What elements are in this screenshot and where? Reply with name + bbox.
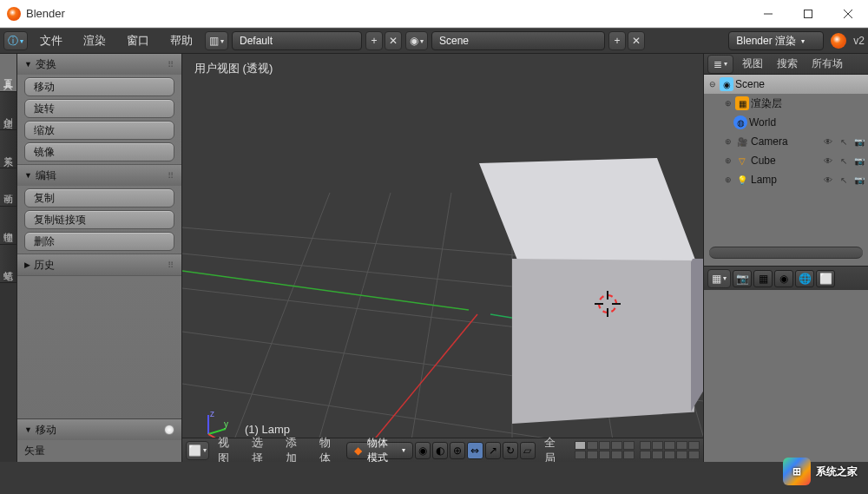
mode-dropdown[interactable]: ◆物体模式▾ [346,442,413,459]
blender-icon [831,33,846,49]
shading-menu-icon[interactable]: ◐ [432,442,448,459]
scale-manipulator-icon[interactable]: ▱ [520,442,536,459]
outliner-world-row[interactable]: ◍ World [704,113,868,132]
editor-type-3dview-icon[interactable]: ⬜▾ [186,441,209,460]
viewport-header: ⬜▾ 视图 选择 添加 物体 ◆物体模式▾ ◉ ◐ ⊕ ⇔ ↗ ↻ ▱ 全局 [182,438,703,462]
properties-header: ▦▾ 📷 ▦ ◉ 🌐 ⬜ [704,266,868,290]
cursor-icon: ↖ [837,135,851,148]
properties-panel[interactable] [704,290,868,462]
prop-object-icon[interactable]: ⬜ [816,270,835,287]
outliner[interactable]: ⊖ ◉ Scene ⊕ ▦ 渲染层 ◍ World ⊕ 🎥 Camera 👁↖📷 [704,75,868,266]
select-menu[interactable]: 选择 [245,435,277,463]
svg-rect-1 [805,10,812,17]
outliner-cube-row[interactable]: ⊕ ▽ Cube 👁↖📷 [704,151,868,170]
render-icon: 📷 [852,135,866,148]
eye-icon: 👁 [821,154,835,168]
rotate-button[interactable]: 旋转 [24,99,174,118]
pivot-icon[interactable]: ⊕ [450,442,465,459]
prop-renderlayers-icon[interactable]: ▦ [753,270,773,287]
view-menu[interactable]: 视图 [211,435,243,463]
workspace: 工具 创建 关系 动画 物理 蜡笔 ▼变换⠿ 移动 旋转 缩放 镜像 ▼编辑⠿ … [0,54,868,462]
outliner-scene-row[interactable]: ⊖ ◉ Scene [704,75,868,94]
scale-button[interactable]: 缩放 [24,121,174,140]
maximize-button[interactable] [788,0,828,28]
svg-line-11 [408,193,451,462]
scene-value: Scene [439,35,469,47]
scene-dropdown[interactable]: Scene [431,31,605,50]
render-icon: 📷 [852,154,866,168]
engine-value: Blender 渲染 [736,34,796,49]
layout-add-button[interactable]: + [365,31,383,50]
eye-icon: 👁 [821,173,835,187]
outliner-scrollbar[interactable] [709,247,863,259]
layer-buttons-2[interactable] [640,441,700,459]
tab-create[interactable]: 创建 [0,92,16,130]
operator-panel-header[interactable]: ▼移动 [17,419,181,440]
camera-icon: 🎥 [735,135,749,148]
menu-help[interactable]: 帮助 [161,29,201,53]
layout-dropdown[interactable]: Default [232,31,362,50]
menu-window[interactable]: 窗口 [118,29,158,53]
layout-remove-button[interactable]: ✕ [385,31,402,50]
scene-name: Scene [735,78,765,90]
titlebar: Blender [0,0,868,28]
screen-layout-icon[interactable]: ▥▾ [205,31,228,50]
add-menu[interactable]: 添加 [279,435,311,463]
editor-type-outliner-icon[interactable]: ≣▾ [707,55,733,74]
transform-panel-header[interactable]: ▼变换⠿ [17,54,181,75]
render-engine-dropdown[interactable]: Blender 渲染▾ [728,31,824,50]
scene-add-button[interactable]: + [608,31,626,50]
outliner-search-menu[interactable]: 搜索 [772,56,803,71]
close-button[interactable] [828,0,868,28]
manipulator-toggle-icon[interactable]: ⇔ [467,442,483,459]
menu-file[interactable]: 文件 [31,29,71,53]
edit-panel-header[interactable]: ▼编辑⠿ [17,165,181,186]
tab-grease-pencil[interactable]: 蜡笔 [0,245,16,283]
transform-label: 变换 [36,57,56,72]
tab-relations[interactable]: 关系 [0,130,16,168]
cursor-icon: ↖ [837,173,851,187]
prop-world-icon[interactable]: 🌐 [795,270,814,287]
scene-remove-button[interactable]: ✕ [628,31,645,50]
outliner-filter-dropdown[interactable]: 所有场 [806,56,848,71]
shading-solid-icon[interactable]: ◉ [415,442,431,459]
prop-scene-icon[interactable]: ◉ [774,270,793,287]
svg-line-18 [208,429,226,434]
duplicate-linked-button[interactable]: 复制链接项 [24,210,174,229]
duplicate-button[interactable]: 复制 [24,188,174,207]
orientation-dropdown[interactable]: 全局 [537,435,569,463]
editor-type-info-icon[interactable]: ⓘ▾ [3,31,28,50]
mesh-icon: ▽ [735,154,749,168]
vector-label: 矢量 [24,444,45,458]
translate-manipulator-icon[interactable]: ↗ [485,442,501,459]
mirror-button[interactable]: 镜像 [24,142,174,161]
object-menu[interactable]: 物体 [312,435,345,463]
editor-type-properties-icon[interactable]: ▦▾ [707,269,731,288]
rotate-manipulator-icon[interactable]: ↻ [503,442,518,459]
translate-button[interactable]: 移动 [24,77,174,96]
layer-buttons[interactable] [575,441,635,459]
default-cube[interactable] [469,158,703,401]
outliner-renderlayers-row[interactable]: ⊕ ▦ 渲染层 [704,94,868,113]
outliner-camera-row[interactable]: ⊕ 🎥 Camera 👁↖📷 [704,132,868,151]
tab-animation[interactable]: 动画 [0,168,16,207]
minimize-button[interactable] [748,0,788,28]
svg-line-10 [312,193,391,462]
prop-render-icon[interactable]: 📷 [733,270,752,287]
tab-tools[interactable]: 工具 [0,54,16,92]
operator-label: 移动 [36,423,56,438]
outliner-view-menu[interactable]: 视图 [737,56,768,71]
viewport-label: 用户视图 (透视) [194,61,273,76]
cursor-icon: ↖ [837,154,851,168]
tool-shelf: ▼变换⠿ 移动 旋转 缩放 镜像 ▼编辑⠿ 复制 复制链接项 删除 ▶历史⠿ ▼… [17,54,182,462]
history-panel-header[interactable]: ▶历史⠿ [17,254,181,275]
delete-button[interactable]: 删除 [24,232,174,251]
menu-render[interactable]: 渲染 [75,29,115,53]
layers-icon: ▦ [735,96,749,110]
3d-viewport[interactable]: 用户视图 (透视) (1) Lamp z y x ⬜▾ 视图 选择 添加 物体 [182,54,703,462]
outliner-lamp-row[interactable]: ⊕ 💡 Lamp 👁↖📷 [704,170,868,189]
scene-browse-icon[interactable]: ◉▾ [405,31,428,50]
y-axis-line [182,271,469,310]
tab-physics[interactable]: 物理 [0,207,16,245]
svg-text:y: y [224,419,228,429]
